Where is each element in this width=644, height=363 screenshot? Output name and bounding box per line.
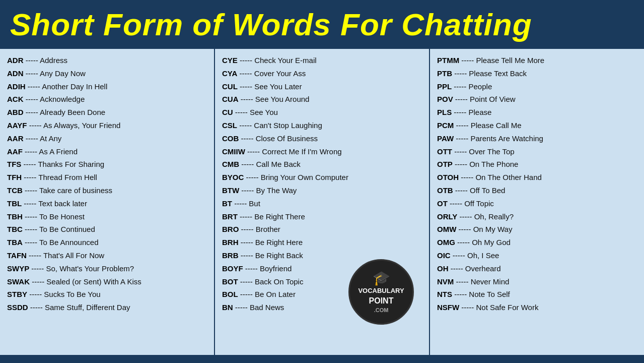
abbr-code: CUL xyxy=(222,82,238,91)
abbr-code: BT xyxy=(222,199,232,208)
list-item: OMG ----- Oh My God xyxy=(437,236,637,249)
abbr-meaning: But xyxy=(249,199,260,208)
list-item: NSFW ----- Not Safe For Work xyxy=(437,301,637,314)
abbr-meaning: Not Safe For Work xyxy=(476,303,539,312)
abbr-code: BYOC xyxy=(222,173,244,182)
abbr-meaning: Overheard xyxy=(465,264,501,273)
list-item: SSDD ----- Same Stuff, Different Day xyxy=(7,301,207,314)
abbr-separator: ----- xyxy=(454,69,467,78)
abbr-separator: ----- xyxy=(456,134,468,143)
abbr-meaning: Please Tell Me More xyxy=(476,56,545,65)
abbr-meaning: To Be Announced xyxy=(39,238,99,247)
abbr-code: ORLY xyxy=(437,212,457,221)
list-item: ADN ----- Any Day Now xyxy=(7,67,207,80)
list-item: AAYF ----- As Always, Your Friend xyxy=(7,119,207,132)
abbr-code: SSDD xyxy=(7,303,28,312)
abbr-meaning: Sealed (or Sent) With A Kiss xyxy=(46,277,141,286)
abbr-separator: ----- xyxy=(235,303,248,312)
list-item: POV ----- Point Of View xyxy=(437,93,637,106)
abbr-meaning: Thread From Hell xyxy=(38,173,97,182)
abbr-code: PLS xyxy=(437,108,452,116)
abbr-separator: ----- xyxy=(240,277,253,286)
page-title: Short Form of Words For Chatting xyxy=(10,7,532,42)
abbr-separator: ----- xyxy=(455,95,468,103)
abbr-separator: ----- xyxy=(451,264,463,273)
list-item: BYOC ----- Bring Your Own Computer xyxy=(222,171,422,184)
abbr-meaning: Any Day Now xyxy=(40,69,86,78)
abbr-separator: ----- xyxy=(30,303,43,312)
abbr-code: BOT xyxy=(222,277,238,286)
abbr-separator: ----- xyxy=(456,277,469,286)
abbr-separator: ----- xyxy=(24,160,36,168)
abbr-meaning: Same Stuff, Different Day xyxy=(45,303,130,312)
abbr-meaning: Please Text Back xyxy=(469,69,527,78)
abbr-meaning: Another Day In Hell xyxy=(42,82,107,91)
list-item: BT ----- But xyxy=(222,197,422,210)
abbr-code: TAFN xyxy=(7,251,27,260)
list-item: BRH ----- Be Right Here xyxy=(222,236,422,249)
column-2: 🎓 VOCABULARY POINT .COM CYE ----- Check … xyxy=(215,49,430,355)
abbr-code: TBA xyxy=(7,238,23,247)
list-item: BRT ----- Be Right There xyxy=(222,210,422,223)
abbr-meaning: Acknowledge xyxy=(40,95,85,103)
abbr-meaning: On The Phone xyxy=(469,160,518,168)
abbr-meaning: Take care of business xyxy=(39,186,112,195)
abbr-meaning: Boyfriend xyxy=(260,264,292,273)
abbr-separator: ----- xyxy=(454,82,466,91)
list-item: BTW ----- By The Way xyxy=(222,184,422,197)
abbr-meaning: Address xyxy=(40,56,67,65)
abbr-code: BRO xyxy=(222,225,239,233)
header: Short Form of Words For Chatting xyxy=(0,0,644,47)
abbr-separator: ----- xyxy=(247,147,260,156)
abbr-meaning: Thanks For Sharing xyxy=(38,160,104,168)
abbr-meaning: Oh, Really? xyxy=(474,212,514,221)
list-item: AAR ----- At Any xyxy=(7,132,207,145)
abbr-code: PTMM xyxy=(437,56,459,65)
list-item: CU ----- See You xyxy=(222,106,422,119)
list-item: CSL ----- Can't Stop Laughing xyxy=(222,119,422,132)
abbr-meaning: Please xyxy=(469,108,492,116)
abbr-code: POV xyxy=(437,95,453,103)
column-3: PTMM ----- Please Tell Me MorePTB ----- … xyxy=(430,49,644,355)
list-item: PAW ----- Parents Are Watching xyxy=(437,132,637,145)
abbr-code: PPL xyxy=(437,82,452,91)
abbr-code: BRH xyxy=(222,238,239,247)
list-item: ABD ----- Already Been Done xyxy=(7,106,207,119)
abbr-code: NSFW xyxy=(437,303,459,312)
abbr-code: OH xyxy=(437,264,449,273)
abbr-separator: ----- xyxy=(453,251,465,260)
abbr-code: CUA xyxy=(222,95,239,103)
abbr-meaning: Text back later xyxy=(38,199,87,208)
abbr-separator: ----- xyxy=(241,134,254,143)
watermark-line2: POINT xyxy=(358,295,404,307)
list-item: TAFN ----- That's All For Now xyxy=(7,249,207,262)
abbr-separator: ----- xyxy=(235,108,248,116)
abbr-meaning: Off Topic xyxy=(464,199,494,208)
abbr-separator: ----- xyxy=(455,160,467,168)
abbr-separator: ----- xyxy=(31,264,44,273)
abbr-separator: ----- xyxy=(457,238,470,247)
abbr-meaning: Close Of Business xyxy=(256,134,318,143)
abbr-separator: ----- xyxy=(461,173,473,182)
abbr-meaning: People xyxy=(469,82,492,91)
abbr-meaning: See You xyxy=(250,108,278,116)
abbr-code: BRB xyxy=(222,251,239,260)
abbr-meaning: See You Later xyxy=(254,82,302,91)
list-item: OTB ----- Off To Bed xyxy=(437,184,637,197)
abbr-meaning: Bring Your Own Computer xyxy=(261,173,348,182)
list-item: COB ----- Close Of Business xyxy=(222,132,422,145)
abbr-code: OMW xyxy=(437,225,456,233)
abbr-meaning: Over The Top xyxy=(469,147,514,156)
abbr-code: ADN xyxy=(7,69,24,78)
abbr-separator: ----- xyxy=(461,303,474,312)
abbr-meaning: On The Other Hand xyxy=(475,173,541,182)
list-item: TFS ----- Thanks For Sharing xyxy=(7,158,207,171)
abbr-meaning: Sucks To Be You xyxy=(44,290,100,298)
list-item: PTB ----- Please Text Back xyxy=(437,67,637,80)
watermark-line3: .COM xyxy=(358,307,404,314)
abbr-code: TBC xyxy=(7,225,23,233)
abbr-separator: ----- xyxy=(26,108,38,116)
abbr-code: CSL xyxy=(222,121,237,130)
abbr-meaning: Please Call Me xyxy=(471,121,522,130)
abbr-meaning: As Always, Your Friend xyxy=(43,121,120,130)
